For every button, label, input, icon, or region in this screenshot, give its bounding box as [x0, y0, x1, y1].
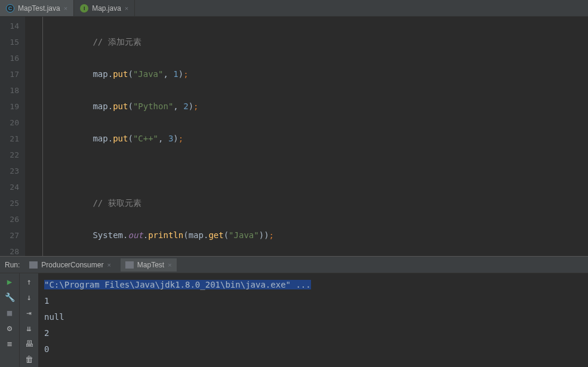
tab-label: MapTest.java [18, 4, 60, 13]
scroll-end-icon[interactable]: ⇊ [23, 322, 35, 334]
rerun-icon[interactable]: ▶ [4, 276, 16, 288]
console-line: 0 [44, 341, 582, 357]
trash-icon[interactable]: 🗑 [23, 353, 35, 365]
class-icon: C [6, 4, 14, 13]
console-command: "C:\Program Files\Java\jdk1.8.0_201\bin\… [44, 280, 311, 289]
run-label: Run: [5, 261, 20, 269]
run-body: ▶ 🔧 ■ ⚙ ≡ ↑ ↓ ⇥ ⇊ 🖶 🗑 "C:\Program Files\… [0, 273, 588, 367]
tab-label: Map.java [92, 4, 121, 13]
code-area[interactable]: // 添加元素 map.put("Java", 1); map.put("Pyt… [43, 17, 588, 256]
close-icon[interactable]: × [168, 261, 171, 269]
run-toolbar-right: ↑ ↓ ⇥ ⇊ 🖶 🗑 [19, 273, 38, 367]
run-tab-label: MapTest [137, 261, 164, 269]
code-editor[interactable]: 141516171819202122232425262728 // 添加元素 m… [0, 17, 588, 256]
console-output[interactable]: "C:\Program Files\Java\jdk1.8.0_201\bin\… [38, 273, 588, 367]
run-tab-label: ProducerConsumer [41, 261, 103, 269]
console-line: 2 [44, 325, 582, 341]
wrench-icon[interactable]: 🔧 [4, 291, 16, 303]
down-icon[interactable]: ↓ [23, 291, 35, 303]
fold-strip [25, 17, 43, 256]
stop-icon[interactable]: ■ [4, 307, 16, 319]
close-icon[interactable]: × [64, 5, 67, 12]
up-icon[interactable]: ↑ [23, 276, 35, 288]
line-gutter: 141516171819202122232425262728 [0, 17, 25, 256]
run-tab-producerconsumer[interactable]: ProducerConsumer × [24, 258, 115, 272]
run-tab-maptest[interactable]: MapTest × [121, 258, 177, 272]
interface-icon: I [80, 4, 88, 13]
console-line: null [44, 309, 582, 325]
close-icon[interactable]: × [107, 261, 110, 269]
tab-maptest[interactable]: C MapTest.java × [0, 0, 74, 16]
print-icon[interactable]: 🖶 [23, 338, 35, 350]
console-line: 1 [44, 293, 582, 309]
run-tool-window: Run: ProducerConsumer × MapTest × ▶ 🔧 ■ … [0, 256, 588, 367]
run-header: Run: ProducerConsumer × MapTest × [0, 257, 588, 273]
run-toolbar-left: ▶ 🔧 ■ ⚙ ≡ [0, 273, 19, 367]
soft-wrap-icon[interactable]: ⇥ [23, 307, 35, 319]
gear-icon[interactable]: ⚙ [4, 322, 16, 334]
run-config-icon [29, 261, 38, 269]
editor-tabs: C MapTest.java × I Map.java × [0, 0, 588, 17]
code-comment: // 获取元素 [93, 198, 141, 208]
tab-map[interactable]: I Map.java × [74, 0, 135, 16]
close-icon[interactable]: × [125, 5, 128, 12]
run-config-icon [125, 261, 134, 269]
code-comment: // 添加元素 [93, 37, 141, 47]
layout-icon[interactable]: ≡ [4, 338, 16, 350]
